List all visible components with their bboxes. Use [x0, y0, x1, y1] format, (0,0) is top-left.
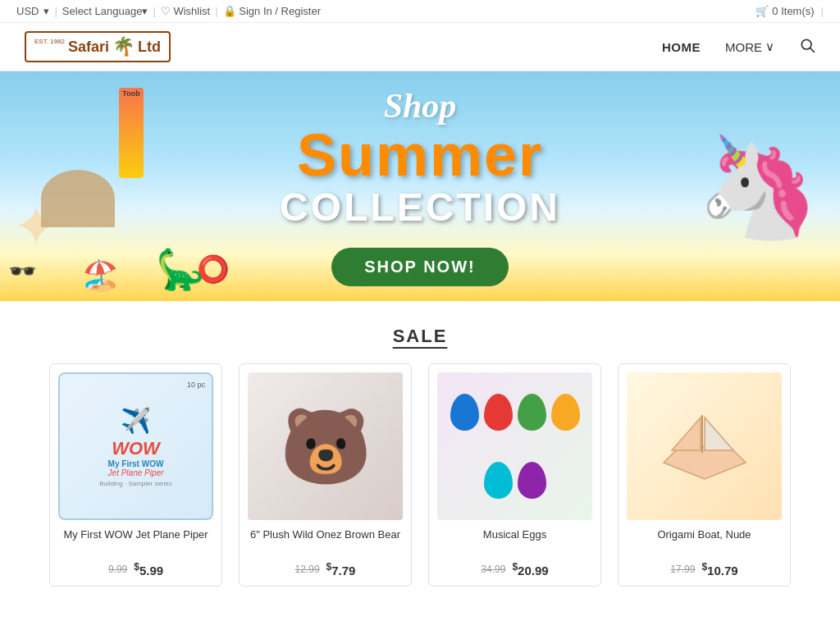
- logo-est: EST. 1982: [34, 38, 65, 45]
- egg-green: [518, 394, 546, 431]
- product-card-boat[interactable]: Origami Boat, Nude 17.99 $10.79: [618, 363, 791, 587]
- egg-blue: [450, 394, 479, 431]
- lock-icon: 🔒: [223, 5, 236, 17]
- svg-marker-3: [672, 418, 701, 450]
- banner-shop-text: Shop: [280, 86, 560, 126]
- divider-3: |: [215, 5, 217, 17]
- price-old-bear: 12.99: [295, 564, 320, 575]
- product-card-wow-jet[interactable]: 10 pc ✈️ WOW My First WOW Jet Plane Pipe…: [49, 363, 222, 587]
- top-bar: USD ▾ | Select Language▾ | ♡ Wishlist | …: [0, 0, 840, 23]
- logo-box: EST. 1982 Safari 🌴 Ltd: [25, 31, 171, 62]
- currency-arrow: ▾: [43, 5, 49, 17]
- banner-content: Shop Summer COLLECTION SHOP NOW!: [214, 86, 626, 286]
- nav-more[interactable]: MORE ∨: [725, 39, 774, 54]
- price-new-boat: $10.79: [701, 561, 737, 578]
- egg-red: [484, 394, 513, 431]
- product-image-eggs: [437, 372, 592, 520]
- product-name-boat: Origami Boat, Nude: [627, 528, 782, 555]
- price-new-eggs: $20.99: [512, 561, 548, 578]
- logo-text: Safari: [68, 39, 109, 56]
- nav: HOME MORE ∨: [662, 37, 815, 57]
- price-old-wow-jet: 9.99: [108, 564, 127, 575]
- beach-toys-decoration: 🏖️: [82, 258, 119, 293]
- cart-icon: 🛒: [756, 5, 769, 17]
- divider-4: |: [821, 5, 824, 17]
- sale-title: SALE: [49, 326, 791, 347]
- egg-teal: [484, 462, 513, 499]
- shop-now-button[interactable]: SHOP NOW!: [331, 248, 508, 286]
- price-new-wow-jet: $5.99: [134, 561, 163, 578]
- wishlist-link[interactable]: ♡ Wishlist: [161, 5, 210, 17]
- bear-image: 🐻: [248, 372, 403, 520]
- svg-marker-2: [664, 446, 746, 479]
- svg-marker-4: [705, 418, 733, 450]
- divider-1: |: [54, 5, 57, 17]
- product-prices-eggs: 34.99 $20.99: [437, 561, 592, 578]
- currency-selector[interactable]: USD: [16, 5, 39, 17]
- price-old-boat: 17.99: [670, 564, 695, 575]
- product-image-bear: 🐻: [248, 372, 403, 520]
- egg-purple: [518, 462, 546, 499]
- boat-svg: [655, 405, 754, 487]
- top-bar-right: 🛒 0 Item(s) |: [756, 5, 824, 17]
- product-image-wow-jet: 10 pc ✈️ WOW My First WOW Jet Plane Pipe…: [58, 372, 213, 520]
- cart-count: 0 Item(s): [772, 5, 814, 17]
- product-name-bear: 6" Plush Wild Onez Brown Bear: [248, 528, 403, 555]
- signin-link[interactable]: 🔒 Sign In / Register: [223, 5, 321, 17]
- bear-icon: 🐻: [280, 404, 372, 490]
- banner-right-decoration: 🦄: [676, 71, 840, 301]
- price-old-eggs: 34.99: [481, 564, 505, 575]
- divider-2: |: [153, 5, 155, 17]
- product-prices-wow-jet: 9.99 $5.99: [58, 561, 213, 578]
- header: EST. 1982 Safari 🌴 Ltd HOME MORE ∨: [0, 23, 840, 71]
- egg-yellow: [551, 394, 580, 431]
- hero-banner: ✦ 🕶️ Toob 🦕 🏖️ ⭕ Shop Summer COLLECTION …: [0, 71, 840, 301]
- sale-section: SALE 10 pc ✈️ WOW My First WOW Jet Plane…: [0, 301, 840, 603]
- products-grid: 10 pc ✈️ WOW My First WOW Jet Plane Pipe…: [49, 363, 791, 587]
- tree-icon: 🌴: [112, 36, 135, 57]
- price-new-bear: $7.79: [326, 561, 356, 578]
- wow-box: 10 pc ✈️ WOW My First WOW Jet Plane Pipe…: [58, 372, 213, 520]
- hat-decoration: [41, 170, 115, 227]
- toob-decoration: Toob: [119, 88, 144, 178]
- product-card-bear[interactable]: 🐻 6" Plush Wild Onez Brown Bear 12.99 $7…: [239, 363, 412, 587]
- cart-button[interactable]: 🛒 0 Item(s): [756, 5, 814, 17]
- boat-image: [627, 372, 782, 520]
- product-name-eggs: Musical Eggs: [437, 528, 592, 555]
- eggs-image: [437, 372, 592, 520]
- product-image-boat: [627, 372, 782, 520]
- banner-summer-text: Summer: [280, 126, 560, 185]
- logo-suffix: Ltd: [138, 39, 161, 56]
- nav-home[interactable]: HOME: [662, 40, 701, 54]
- product-prices-boat: 17.99 $10.79: [627, 561, 782, 578]
- logo[interactable]: EST. 1982 Safari 🌴 Ltd: [25, 31, 171, 62]
- language-selector[interactable]: Select Language▾: [62, 5, 148, 17]
- plane-icon: ✈️: [121, 406, 151, 435]
- top-bar-left: USD ▾ | Select Language▾ | ♡ Wishlist | …: [16, 5, 749, 17]
- unicorn-decoration: 🦄: [696, 137, 819, 235]
- chevron-down-icon: ∨: [765, 39, 774, 54]
- heart-icon: ♡: [161, 5, 171, 17]
- banner-collection-text: COLLECTION: [280, 185, 560, 230]
- svg-line-1: [810, 48, 815, 52]
- product-prices-bear: 12.99 $7.79: [248, 561, 403, 578]
- sunglasses-decoration: 🕶️: [8, 258, 37, 285]
- product-card-eggs[interactable]: Musical Eggs 34.99 $20.99: [428, 363, 601, 587]
- search-button[interactable]: [799, 37, 815, 57]
- product-name-wow-jet: My First WOW Jet Plane Piper: [58, 528, 213, 555]
